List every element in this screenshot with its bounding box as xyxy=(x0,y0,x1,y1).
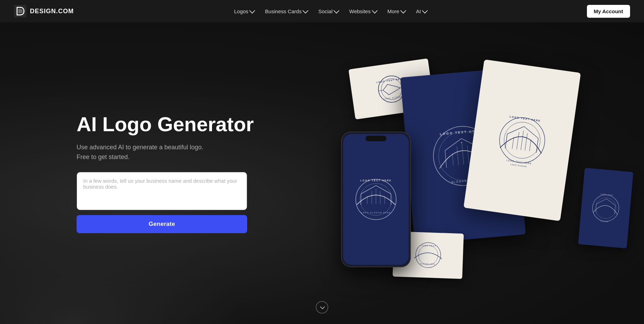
svg-line-11 xyxy=(462,144,464,165)
svg-text:LOGO! SLOGAN: LOGO! SLOGAN xyxy=(383,95,402,100)
svg-text:LOGO TEXT: LOGO TEXT xyxy=(421,244,436,247)
svg-line-22 xyxy=(525,133,527,150)
svg-line-21 xyxy=(521,131,524,150)
logo-icon xyxy=(14,5,26,17)
chevron-down-icon xyxy=(320,305,325,309)
svg-text:LOGO TEXT: LOGO TEXT xyxy=(600,193,613,196)
scroll-down-button[interactable] xyxy=(316,301,328,314)
svg-text:✦: ✦ xyxy=(461,141,463,144)
card-small-navy-logo-art: LOGO TEXT SLOGAN xyxy=(588,181,624,235)
hero-content: AI Logo Generator Use advanced AI to gen… xyxy=(77,113,254,233)
hero-subtitle: Use advanced AI to generate a beautiful … xyxy=(77,142,254,163)
hero-section: AI Logo Generator Use advanced AI to gen… xyxy=(0,22,644,324)
hero-visuals: LOGO TEXT HERE LOGO! SLOGAN xyxy=(331,52,644,295)
my-account-button[interactable]: My Account xyxy=(587,5,630,18)
svg-text:LOGO TEXT HERE: LOGO TEXT HERE xyxy=(360,179,392,182)
svg-line-9 xyxy=(452,153,453,165)
nav-item-ai[interactable]: AI xyxy=(411,6,431,17)
chevron-down-icon xyxy=(333,8,339,14)
card-white-back: LOGO TEXT HERE LOGO TEXT HERE LOGO SLOGA… xyxy=(463,59,581,221)
nav-item-logos[interactable]: Logos xyxy=(229,6,259,17)
svg-point-27 xyxy=(591,193,620,222)
chevron-down-icon xyxy=(303,8,308,14)
svg-line-5 xyxy=(378,90,383,90)
generate-button[interactable]: Generate xyxy=(77,215,247,233)
card-white-logo-art: LOGO TEXT HERE LOGO TEXT HERE LOGO SLOGA… xyxy=(489,95,556,185)
nav-links: Logos Business Cards Social Websites Mor… xyxy=(229,6,431,17)
svg-line-23 xyxy=(529,140,531,151)
nav-item-websites[interactable]: Websites xyxy=(344,6,381,17)
phone-logo-art: LOGO TEXT HERE LOGO SLOGAN HERE xyxy=(352,175,400,224)
phone-screen: LOGO TEXT HERE LOGO SLOGAN HERE xyxy=(343,134,409,265)
nav-item-social[interactable]: Social xyxy=(313,6,343,17)
site-logo[interactable]: DESIGN.COM xyxy=(14,5,74,17)
svg-text:SLOGAN: SLOGAN xyxy=(600,220,608,222)
svg-line-10 xyxy=(457,147,459,165)
chevron-down-icon xyxy=(400,8,406,14)
phone-mockup: LOGO TEXT HERE LOGO SLOGAN HERE xyxy=(341,132,411,267)
svg-point-32 xyxy=(418,245,438,265)
phone-notch xyxy=(366,136,386,141)
svg-text:SLOGAN HERE: SLOGAN HERE xyxy=(420,263,435,265)
nav-item-more[interactable]: More xyxy=(383,6,410,17)
nav-item-business-cards[interactable]: Business Cards xyxy=(260,6,312,17)
logo-text: DESIGN.COM xyxy=(30,8,74,15)
svg-line-12 xyxy=(468,145,469,164)
business-description-input[interactable] xyxy=(77,172,247,210)
chevron-down-icon xyxy=(422,8,428,14)
chevron-down-icon xyxy=(249,8,255,14)
chevron-down-icon xyxy=(372,8,378,14)
svg-text:LOGO TEXT HERE: LOGO TEXT HERE xyxy=(510,115,541,122)
card-small-navy: LOGO TEXT SLOGAN xyxy=(578,168,634,248)
svg-line-20 xyxy=(517,132,519,149)
hero-title: AI Logo Generator xyxy=(77,113,254,135)
navbar: DESIGN.COM Logos Business Cards Social W… xyxy=(0,0,644,22)
svg-text:LOGO SLOGAN HERE: LOGO SLOGAN HERE xyxy=(361,212,391,214)
